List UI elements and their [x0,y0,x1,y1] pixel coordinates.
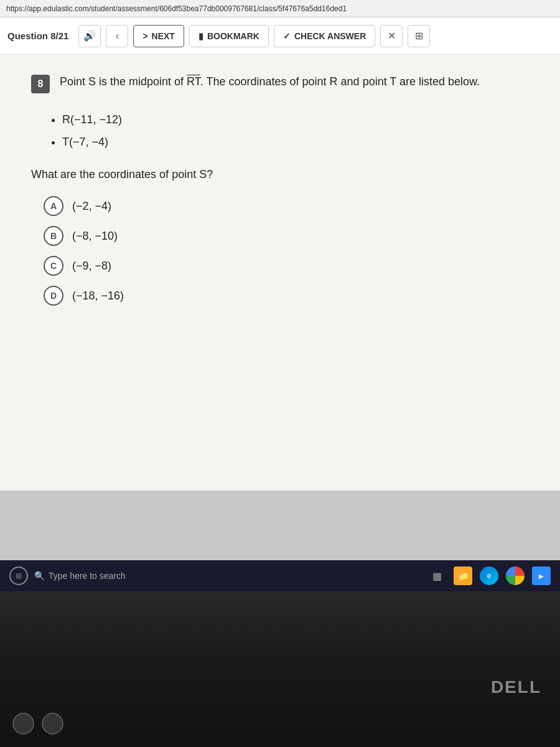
option-c-circle: C [44,256,63,276]
grid-icon: ⊞ [415,30,423,42]
folder-icon: 📁 [458,571,469,581]
dell-logo: DELL [491,677,541,697]
answer-options: A (−2, −4) B (−8, −10) C (−9, −8) D (−18… [31,196,529,306]
bookmark-button[interactable]: ▮ BOOKMARK [189,25,269,47]
search-area[interactable]: 🔍 Type here to search [34,571,126,581]
search-icon: 🔍 [34,571,45,581]
webcam-circle-2 [42,713,63,735]
question-label: Question 8/21 [7,31,68,41]
option-a-label: A [50,201,57,211]
taskview-icon: ▦ [432,570,442,582]
url-text: https://app.edulastic.com/student/assess… [6,4,347,13]
question-header: 8 Point S is the midpoint of RT. The coo… [31,73,529,93]
option-c[interactable]: C (−9, −8) [44,256,529,276]
option-d-label: D [50,291,57,301]
address-bar: https://app.edulastic.com/student/assess… [0,0,560,17]
sub-question: What are the coordinates of point S? [31,168,529,181]
prev-button[interactable]: ‹ [106,25,128,47]
file-explorer-button[interactable]: 📁 [454,566,472,585]
edge-icon: e [487,571,492,580]
option-c-label: C [50,261,57,271]
volume-button[interactable]: 🔊 [78,25,101,47]
option-b-circle: B [44,226,63,246]
option-d[interactable]: D (−18, −16) [44,286,529,306]
laptop-bottom: DELL [0,591,560,747]
bookmark-label: BOOKMARK [207,31,259,41]
edge-browser-button[interactable]: e [480,566,498,585]
question-number-badge: 8 [31,75,50,93]
chevron-right-icon: > [142,31,147,41]
grid-button[interactable]: ⊞ [408,25,430,47]
option-a[interactable]: A (−2, −4) [44,196,529,216]
question-text: Point S is the midpoint of RT. The coord… [60,73,480,90]
option-b-value: (−8, −10) [72,230,118,243]
question-text-part2: . The coordinates of point R and point T… [200,75,480,88]
next-label: NEXT [152,31,175,41]
chevron-left-icon: ‹ [116,31,119,42]
volume-icon: 🔊 [83,30,96,42]
check-icon: ✓ [283,31,291,41]
points-list: R(−11, −12) T(−7, −4) [31,108,529,153]
zoom-icon: ▶ [539,573,544,580]
laptop-camera-area [12,713,63,735]
option-a-circle: A [44,196,63,216]
webcam-circle [12,713,34,735]
overline-segment: RT [187,75,200,88]
close-icon: ✕ [388,30,396,42]
question-text-part1: Point S is the midpoint of [60,75,187,88]
option-b[interactable]: B (−8, −10) [44,226,529,246]
bookmark-icon: ▮ [198,31,203,41]
option-c-value: (−9, −8) [72,260,111,273]
search-placeholder: Type here to search [49,571,126,581]
taskbar-right-icons: ▦ 📁 e ▶ [427,566,551,585]
option-a-value: (−2, −4) [72,200,111,213]
point-r: R(−11, −12) [62,108,529,131]
start-button[interactable]: ⊞ [9,566,28,585]
windows-icon: ⊞ [16,571,22,580]
close-button[interactable]: ✕ [380,25,403,47]
chrome-browser-button[interactable] [506,566,525,585]
check-answer-label: CHECK ANSWER [294,31,366,41]
point-t: T(−7, −4) [62,131,529,153]
option-b-label: B [50,231,57,241]
option-d-value: (−18, −16) [72,289,124,303]
toolbar: Question 8/21 🔊 ‹ > NEXT ▮ BOOKMARK ✓ CH… [0,17,560,55]
option-d-circle: D [44,286,63,306]
main-content: 8 Point S is the midpoint of RT. The coo… [0,55,560,491]
zoom-button[interactable]: ▶ [532,566,551,585]
taskview-button[interactable]: ▦ [427,566,446,585]
taskbar: ⊞ 🔍 Type here to search ▦ 📁 e ▶ [0,560,560,591]
check-answer-button[interactable]: ✓ CHECK ANSWER [274,25,375,47]
next-button[interactable]: > NEXT [133,25,184,47]
